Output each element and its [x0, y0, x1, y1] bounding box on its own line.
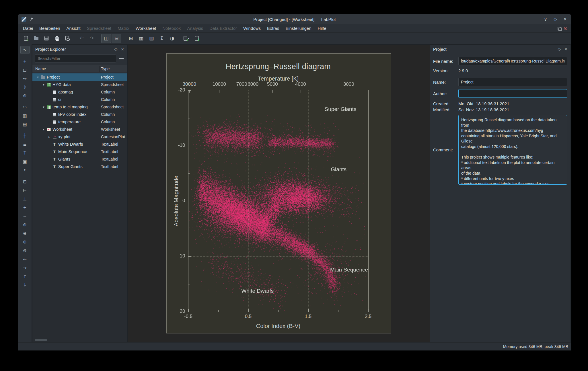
zoom-in-button[interactable]: + — [20, 204, 30, 212]
shift-left-x-button[interactable]: ← — [20, 255, 30, 263]
y-tick-label: 10 — [180, 253, 185, 259]
menu-hilfe[interactable]: Hilfe — [315, 24, 330, 32]
add-custom-point-button[interactable]: • — [20, 166, 30, 174]
auto-scale-y-button[interactable]: ⊥ — [20, 195, 30, 203]
add-new-button[interactable]: ▾ — [182, 34, 191, 43]
shift-right-x-button[interactable]: → — [20, 264, 30, 272]
zoom-out-button[interactable]: − — [20, 212, 30, 220]
data-extractor-button[interactable]: ◑ — [167, 34, 177, 43]
y-tick — [188, 312, 191, 312]
save-project-button[interactable] — [42, 34, 51, 43]
cursor-mode-button[interactable]: ⊕ — [20, 92, 30, 100]
add-axis-button[interactable]: ┼ — [20, 132, 30, 140]
tree-row-ci[interactable]: ciColumn — [32, 96, 127, 103]
print-preview-button[interactable] — [62, 34, 72, 43]
author-input[interactable] — [458, 89, 567, 98]
import-data-button[interactable] — [192, 34, 202, 43]
print-button[interactable] — [52, 34, 62, 43]
close-button[interactable]: × — [562, 17, 568, 22]
add-legend-button[interactable]: ≡ — [20, 140, 30, 149]
select-mode-button[interactable]: ↖ — [20, 46, 30, 54]
tree-row-super-giants[interactable]: Super GiantsTextLabel — [32, 163, 127, 170]
worksheet-paper[interactable]: Hertzsprung–Russell diagram Temperature … — [166, 53, 391, 333]
mdi-restore-icon[interactable] — [558, 27, 561, 30]
expander-icon[interactable]: ▾ — [35, 75, 40, 79]
menu-windows[interactable]: Windows — [240, 24, 264, 32]
zoom-in-x-button[interactable]: ⊕ — [20, 221, 30, 229]
name-input[interactable] — [458, 78, 567, 86]
item-type: Column — [101, 90, 115, 94]
expander-icon[interactable]: ▾ — [41, 105, 46, 109]
mdi-close-icon[interactable]: ⊗ — [564, 26, 568, 31]
tree-row-temperature[interactable]: temperatureColumn — [32, 118, 127, 126]
auto-scale-x-button[interactable]: ⊢ — [20, 186, 30, 194]
undo-button[interactable]: ↶ — [77, 34, 86, 43]
open-project-button[interactable] — [31, 34, 41, 43]
tree-row-white-dwarfs[interactable]: White DwarfsTextLabel — [32, 140, 127, 148]
close-panel-icon[interactable]: × — [564, 47, 568, 51]
zoom-x-select-mode-button[interactable]: ↔ — [20, 75, 30, 83]
expander-icon[interactable]: ▾ — [41, 83, 46, 87]
zoom-select-mode-button[interactable]: ◻ — [20, 66, 30, 74]
menu-worksheet[interactable]: Worksheet — [133, 24, 159, 32]
item-type-icon — [52, 164, 57, 169]
item-type-icon — [46, 128, 51, 131]
plot-annotation-giants: Giants — [331, 166, 346, 173]
add-text-label-button[interactable]: T — [20, 149, 30, 157]
new-worksheet-button[interactable]: ▧ — [147, 34, 156, 43]
shift-down-y-button[interactable]: ↓ — [20, 281, 30, 289]
new-notebook-button[interactable]: Σ — [157, 34, 167, 43]
add-curve-button[interactable]: ◠ — [20, 103, 30, 111]
new-project-button[interactable] — [21, 34, 31, 43]
tree-row-project[interactable]: ▾ProjectProject — [32, 73, 127, 81]
tree-row-temp-to-ci-mapping[interactable]: ▾temp to ci mappingSpreadsheet — [32, 103, 127, 111]
tree-row-absmag[interactable]: absmagColumn — [32, 88, 127, 96]
tree-row-worksheet[interactable]: ▾WorksheetWorksheet — [32, 126, 127, 133]
new-spreadsheet-button[interactable]: ⊞ — [126, 34, 136, 43]
menu-einstellungen[interactable]: Einstellungen — [282, 24, 314, 32]
menu-ansicht[interactable]: Ansicht — [63, 24, 84, 32]
add-boxplot-button[interactable]: ▤ — [20, 120, 30, 128]
tree-row-xy-plot[interactable]: ▸xy-plotCartesianPlot — [32, 133, 127, 140]
y-tick — [188, 256, 191, 257]
tree-row-hyg-data[interactable]: ▾HYG dataSpreadsheet — [32, 81, 127, 88]
add-image-button[interactable]: ▣ — [20, 158, 30, 166]
expander-icon[interactable]: ▸ — [47, 135, 52, 139]
filter-options-button[interactable] — [118, 55, 125, 62]
zoom-in-y-button[interactable]: ⊕ — [20, 238, 30, 246]
toggle-vertical-layout-button[interactable]: ◫ — [101, 34, 111, 43]
float-panel-icon[interactable]: ◇ — [558, 47, 561, 51]
plot-region[interactable]: -20-1001020-0.50.51.52.53000010000700060… — [188, 90, 369, 312]
zoom-out-y-button[interactable]: ⊖ — [20, 247, 30, 255]
tree-header[interactable]: Name Type — [32, 65, 127, 73]
zoom-out-x-button[interactable]: ⊖ — [20, 229, 30, 237]
zoom-y-select-mode-button[interactable]: ↕ — [20, 83, 30, 91]
add-histogram-button[interactable]: ▥ — [20, 112, 30, 120]
shift-up-y-button[interactable]: ↑ — [20, 272, 30, 280]
new-matrix-button[interactable]: ▦ — [136, 34, 146, 43]
search-input[interactable] — [35, 54, 116, 63]
column-header-type[interactable]: Type — [101, 67, 110, 71]
pin-icon[interactable] — [28, 16, 34, 22]
menu-extras[interactable]: Extras — [264, 24, 283, 32]
menu-datei[interactable]: Datei — [20, 24, 36, 32]
tree-row-giants[interactable]: GiantsTextLabel — [32, 155, 127, 163]
minimize-button[interactable]: ∨ — [543, 17, 548, 22]
titlebar[interactable]: Project [Changed] - [Worksheet] — LabPlo… — [18, 14, 571, 24]
tree-row-main-sequence[interactable]: Main SequenceTextLabel — [32, 148, 127, 155]
horizontal-scrollbar[interactable] — [32, 338, 127, 342]
tree-row-b-v-color-index[interactable]: B-V color indexColumn — [32, 111, 127, 118]
scrollbar-handle[interactable] — [35, 339, 47, 341]
file-name-input[interactable] — [458, 57, 567, 65]
toggle-horizontal-layout-button[interactable]: ⊟ — [112, 34, 121, 43]
comment-textarea[interactable]: Hertzsprung-Russel diagram based on the … — [458, 115, 567, 185]
redo-button[interactable]: ↷ — [87, 34, 97, 43]
menu-bearbeiten[interactable]: Bearbeiten — [36, 24, 63, 32]
crosshair-mode-button[interactable]: + — [20, 57, 30, 65]
float-panel-icon[interactable]: ◇ — [114, 47, 117, 51]
maximize-button[interactable]: ◇ — [553, 17, 558, 22]
close-panel-icon[interactable]: × — [121, 47, 124, 51]
expander-icon[interactable]: ▾ — [41, 128, 46, 131]
column-header-name[interactable]: Name — [32, 67, 46, 71]
auto-scale-button[interactable]: ⊡ — [20, 178, 30, 186]
